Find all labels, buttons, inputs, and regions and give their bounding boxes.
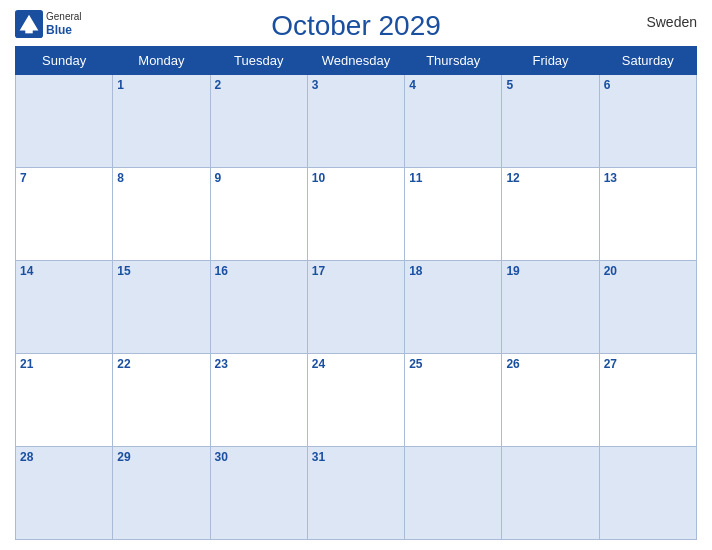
day-number-25: 25	[409, 357, 497, 371]
day-number-16: 16	[215, 264, 303, 278]
calendar-header: General Blue October 2029 Sweden	[15, 10, 697, 42]
day-number-21: 21	[20, 357, 108, 371]
day-cell-2-4: 18	[405, 261, 502, 354]
logo-blue-text: Blue	[46, 23, 82, 37]
logo-general-text: General	[46, 11, 82, 23]
day-cell-0-2: 2	[210, 75, 307, 168]
day-cell-4-5	[502, 447, 599, 540]
day-number-31: 31	[312, 450, 400, 464]
day-number-27: 27	[604, 357, 692, 371]
week-row-3: 21222324252627	[16, 354, 697, 447]
day-number-9: 9	[215, 171, 303, 185]
day-cell-2-3: 17	[307, 261, 404, 354]
day-cell-0-4: 4	[405, 75, 502, 168]
day-number-3: 3	[312, 78, 400, 92]
day-number-7: 7	[20, 171, 108, 185]
day-number-8: 8	[117, 171, 205, 185]
day-cell-1-6: 13	[599, 168, 696, 261]
week-row-4: 28293031	[16, 447, 697, 540]
logo: General Blue	[15, 10, 82, 38]
day-cell-0-5: 5	[502, 75, 599, 168]
day-header-saturday: Saturday	[599, 47, 696, 75]
week-row-0: 123456	[16, 75, 697, 168]
day-cell-4-3: 31	[307, 447, 404, 540]
day-cell-1-0: 7	[16, 168, 113, 261]
day-header-friday: Friday	[502, 47, 599, 75]
day-cell-3-6: 27	[599, 354, 696, 447]
country-label: Sweden	[646, 14, 697, 30]
day-number-28: 28	[20, 450, 108, 464]
svg-rect-2	[25, 26, 32, 33]
day-cell-3-1: 22	[113, 354, 210, 447]
day-cell-3-2: 23	[210, 354, 307, 447]
day-cell-2-1: 15	[113, 261, 210, 354]
day-number-2: 2	[215, 78, 303, 92]
day-cell-3-3: 24	[307, 354, 404, 447]
day-cell-1-1: 8	[113, 168, 210, 261]
day-cell-1-5: 12	[502, 168, 599, 261]
day-cell-2-5: 19	[502, 261, 599, 354]
day-cell-4-0: 28	[16, 447, 113, 540]
day-cell-0-0	[16, 75, 113, 168]
day-number-20: 20	[604, 264, 692, 278]
day-cell-2-6: 20	[599, 261, 696, 354]
day-number-10: 10	[312, 171, 400, 185]
day-number-6: 6	[604, 78, 692, 92]
day-header-sunday: Sunday	[16, 47, 113, 75]
day-cell-2-2: 16	[210, 261, 307, 354]
day-header-wednesday: Wednesday	[307, 47, 404, 75]
day-cell-4-6	[599, 447, 696, 540]
day-cell-3-4: 25	[405, 354, 502, 447]
day-cell-4-4	[405, 447, 502, 540]
day-cell-2-0: 14	[16, 261, 113, 354]
calendar-table: Sunday Monday Tuesday Wednesday Thursday…	[15, 46, 697, 540]
day-cell-3-5: 26	[502, 354, 599, 447]
day-header-monday: Monday	[113, 47, 210, 75]
day-cell-3-0: 21	[16, 354, 113, 447]
day-number-15: 15	[117, 264, 205, 278]
day-number-13: 13	[604, 171, 692, 185]
day-number-5: 5	[506, 78, 594, 92]
logo-text: General Blue	[46, 11, 82, 37]
day-header-thursday: Thursday	[405, 47, 502, 75]
day-number-12: 12	[506, 171, 594, 185]
day-number-24: 24	[312, 357, 400, 371]
day-number-14: 14	[20, 264, 108, 278]
day-number-1: 1	[117, 78, 205, 92]
day-cell-4-1: 29	[113, 447, 210, 540]
day-number-26: 26	[506, 357, 594, 371]
day-number-30: 30	[215, 450, 303, 464]
day-cell-1-3: 10	[307, 168, 404, 261]
day-number-17: 17	[312, 264, 400, 278]
day-cell-0-1: 1	[113, 75, 210, 168]
day-cell-0-3: 3	[307, 75, 404, 168]
day-number-4: 4	[409, 78, 497, 92]
logo-icon	[15, 10, 43, 38]
day-cell-1-2: 9	[210, 168, 307, 261]
day-number-29: 29	[117, 450, 205, 464]
month-title: October 2029	[271, 10, 441, 42]
day-number-22: 22	[117, 357, 205, 371]
day-cell-0-6: 6	[599, 75, 696, 168]
day-number-19: 19	[506, 264, 594, 278]
day-number-18: 18	[409, 264, 497, 278]
day-cell-4-2: 30	[210, 447, 307, 540]
day-header-tuesday: Tuesday	[210, 47, 307, 75]
day-cell-1-4: 11	[405, 168, 502, 261]
week-row-1: 78910111213	[16, 168, 697, 261]
days-header-row: Sunday Monday Tuesday Wednesday Thursday…	[16, 47, 697, 75]
day-number-23: 23	[215, 357, 303, 371]
week-row-2: 14151617181920	[16, 261, 697, 354]
day-number-11: 11	[409, 171, 497, 185]
